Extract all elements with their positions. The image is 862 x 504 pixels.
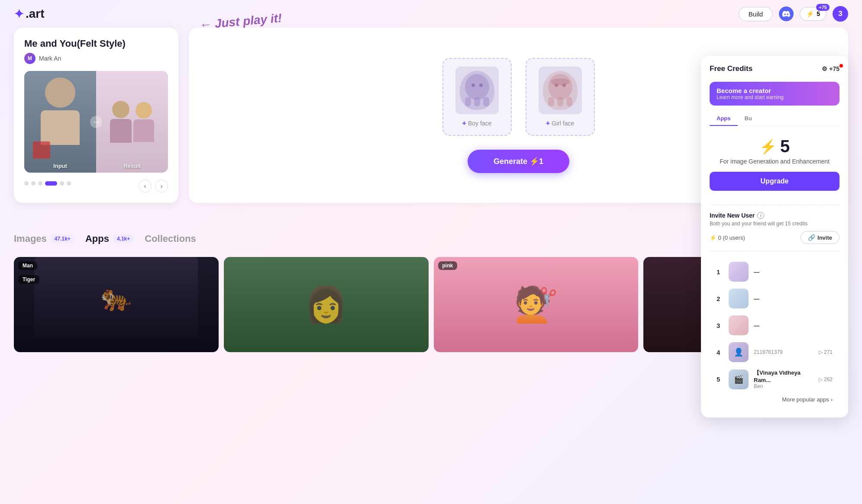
credits-display: ⚡ 5 bbox=[710, 132, 839, 158]
popular-info-3: — bbox=[754, 322, 833, 329]
user-avatar[interactable]: 3 bbox=[833, 6, 848, 22]
tab-apps[interactable]: Apps 4.1k+ bbox=[85, 233, 134, 244]
become-banner: Become a creator Learn more and start ea… bbox=[710, 82, 839, 106]
boy-face-label: + Boy face bbox=[462, 119, 492, 127]
carousel-row: ‹ › bbox=[24, 180, 168, 193]
invite-title: Invite New User i bbox=[710, 212, 839, 219]
become-subtitle: Learn more and start earning bbox=[717, 94, 833, 100]
dot-2 bbox=[38, 181, 42, 186]
more-popular-apps[interactable]: More popular apps › bbox=[710, 393, 839, 409]
invite-row: ⚡ 0 (0 users) 🔗 Invite bbox=[710, 231, 839, 244]
carousel-controls: ‹ › bbox=[139, 180, 168, 193]
popular-author-5: Ben bbox=[754, 383, 814, 389]
upgrade-button[interactable]: Upgrade bbox=[710, 172, 839, 191]
header: ✦ .art Build ⚡ 5 +75 3 bbox=[0, 0, 862, 28]
popular-item-1[interactable]: 1 — bbox=[710, 258, 839, 285]
ghost-face-girl bbox=[543, 71, 578, 110]
sidebar-tabs: Apps Bu bbox=[710, 112, 839, 126]
preview-right-label: Result bbox=[123, 163, 141, 169]
carousel-dots bbox=[24, 181, 71, 186]
preview-main: Input → Result bbox=[24, 71, 168, 173]
tab-collections[interactable]: Collections bbox=[145, 233, 196, 244]
invite-description: Both you and your friend will get 15 cre… bbox=[710, 221, 839, 227]
card-3-tag: pink bbox=[438, 261, 458, 270]
tab-images-badge: 47.1k+ bbox=[50, 234, 75, 243]
grid-card-3[interactable]: 💇 pink bbox=[434, 257, 639, 352]
link-icon: 🔗 bbox=[808, 234, 815, 241]
invite-count: ⚡ 0 (0 users) bbox=[710, 234, 745, 241]
build-button[interactable]: Build bbox=[739, 7, 773, 21]
popular-name-5: 【Vinaya Vidheya Ram... bbox=[754, 369, 814, 383]
logo-text: .art bbox=[26, 7, 45, 21]
popular-thumb-1 bbox=[729, 262, 749, 282]
hero-section: Just play it! Me and You(Felt Style) M M… bbox=[0, 28, 862, 217]
rank-1: 1 bbox=[717, 268, 723, 276]
popular-thumb-3 bbox=[729, 315, 749, 335]
girl-face-slot-inner bbox=[539, 67, 582, 114]
credits-badge: +75 bbox=[816, 4, 830, 11]
invite-button[interactable]: 🔗 Invite bbox=[801, 231, 839, 244]
popular-views-5: ▷ 262 bbox=[819, 376, 833, 382]
boy-face-slot[interactable]: + Boy face bbox=[442, 58, 512, 136]
popup-title: Free Credits bbox=[710, 64, 752, 73]
credits-description: For image Generation and Enhancement bbox=[710, 158, 839, 165]
dot-1 bbox=[31, 181, 36, 186]
popular-item-5[interactable]: 5 🎬 【Vinaya Vidheya Ram... Ben ▷ 262 bbox=[710, 366, 839, 393]
author-name: Mark An bbox=[39, 55, 61, 62]
popular-item-4[interactable]: 4 👤 2118761379 ▷ 271 bbox=[710, 339, 839, 366]
popular-info-2: — bbox=[754, 295, 833, 302]
grid-card-2[interactable]: 👩 bbox=[224, 257, 429, 352]
logo-icon: ✦ bbox=[14, 7, 24, 21]
carousel-prev-button[interactable]: ‹ bbox=[139, 180, 152, 193]
girl-face-slot[interactable]: + Girl face bbox=[526, 58, 595, 136]
chevron-right-icon: › bbox=[831, 396, 833, 403]
tab-images-label: Images bbox=[14, 233, 47, 244]
preview-left-label: Input bbox=[53, 163, 67, 169]
popup-header: Free Credits ⚙ +75 bbox=[710, 64, 839, 73]
divider-2 bbox=[710, 251, 839, 251]
dot-3-active bbox=[45, 181, 57, 186]
dot-0 bbox=[24, 181, 29, 186]
grid-card-1[interactable]: 🐅 Man Tiger bbox=[14, 257, 219, 352]
popular-item-2[interactable]: 2 — bbox=[710, 285, 839, 312]
generate-button[interactable]: Generate ⚡1 bbox=[468, 150, 569, 173]
credits-button[interactable]: ⚡ 5 +75 bbox=[800, 7, 826, 21]
discord-icon[interactable] bbox=[779, 6, 794, 21]
popular-views-4: ▷ 271 bbox=[819, 349, 833, 355]
popular-thumb-5: 🎬 bbox=[729, 369, 749, 389]
notification-dot bbox=[839, 64, 843, 67]
svg-point-6 bbox=[548, 74, 572, 100]
svg-rect-7 bbox=[548, 97, 554, 106]
popular-name-1: — bbox=[754, 269, 833, 275]
face-slots: + Boy face bbox=[442, 58, 595, 136]
logo[interactable]: ✦ .art bbox=[14, 7, 45, 21]
svg-point-0 bbox=[465, 74, 489, 100]
tab-images[interactable]: Images 47.1k+ bbox=[14, 233, 75, 244]
rank-4: 4 bbox=[717, 349, 723, 356]
app-title: Me and You(Felt Style) bbox=[24, 38, 168, 49]
rank-5: 5 bbox=[717, 376, 723, 383]
tab-apps[interactable]: Apps bbox=[710, 112, 738, 126]
preview-left: Input bbox=[24, 71, 96, 173]
tab-bu[interactable]: Bu bbox=[738, 112, 759, 126]
lightning-big-icon: ⚡ bbox=[759, 138, 777, 155]
popular-item-3[interactable]: 3 — bbox=[710, 312, 839, 339]
ghost-face-boy bbox=[460, 71, 494, 110]
tab-apps-badge: 4.1k+ bbox=[113, 234, 134, 243]
svg-rect-3 bbox=[483, 97, 489, 106]
dot-5 bbox=[67, 181, 71, 186]
carousel-next-button[interactable]: › bbox=[155, 180, 168, 193]
svg-rect-8 bbox=[557, 97, 563, 106]
info-icon: i bbox=[757, 212, 764, 219]
popular-info-5: 【Vinaya Vidheya Ram... Ben bbox=[754, 369, 814, 389]
rank-2: 2 bbox=[717, 295, 723, 302]
credits-number: ⚡ 5 bbox=[710, 137, 839, 156]
popup-credits-badge: ⚙ +75 bbox=[822, 65, 839, 72]
tab-collections-label: Collections bbox=[145, 233, 196, 244]
lightning-icon: ⚡ bbox=[806, 10, 814, 18]
preview-images: Input → Result bbox=[24, 71, 168, 173]
svg-rect-9 bbox=[566, 97, 572, 106]
header-right: Build ⚡ 5 +75 3 bbox=[739, 6, 848, 22]
popular-info-4: 2118761379 bbox=[754, 349, 814, 355]
grid-card-bg-1: 🐅 bbox=[14, 257, 219, 352]
